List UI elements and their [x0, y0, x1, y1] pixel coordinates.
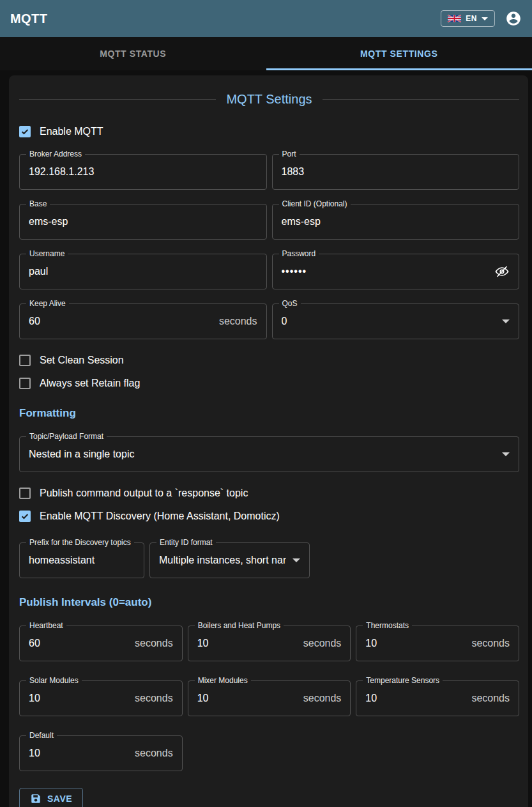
tab-mqtt-settings[interactable]: MQTT SETTINGS — [266, 37, 532, 70]
tab-mqtt-status[interactable]: MQTT STATUS — [0, 37, 266, 70]
checkbox-unchecked[interactable] — [19, 355, 31, 366]
clean-session-checkbox[interactable]: Set Clean Session — [19, 355, 519, 366]
field-label: Prefix for the Discovery topics — [26, 538, 134, 547]
mixer-interval-field[interactable]: Mixer Modules 10 seconds — [188, 680, 351, 716]
select-value[interactable]: Multiple instances, short name — [159, 555, 286, 566]
panel-heading: MQTT Settings — [19, 92, 519, 107]
checkbox-unchecked[interactable] — [19, 378, 31, 389]
field-adornment: seconds — [135, 748, 173, 759]
field-value[interactable]: 10 — [197, 693, 298, 704]
field-value[interactable]: •••••• — [282, 266, 495, 277]
enable-mqtt-checkbox[interactable]: Enable MQTT — [19, 126, 519, 137]
field-label: Entity ID format — [156, 538, 216, 547]
field-label: Broker Address — [26, 150, 85, 158]
field-value[interactable]: 60 — [29, 316, 214, 327]
save-icon — [30, 793, 42, 804]
tab-bar: MQTT STATUS MQTT SETTINGS — [0, 37, 532, 70]
field-label: Username — [26, 249, 68, 258]
port-field[interactable]: Port 1883 — [272, 154, 520, 190]
panel-heading-text: MQTT Settings — [216, 92, 322, 107]
select-value[interactable]: Nested in a single topic — [29, 449, 496, 460]
heartbeat-interval-field[interactable]: Heartbeat 60 seconds — [19, 626, 183, 661]
keep-alive-field[interactable]: Keep Alive 60 seconds — [19, 304, 267, 339]
field-label: Thermostats — [363, 621, 412, 630]
language-selector-button[interactable]: EN — [441, 10, 495, 27]
field-value[interactable]: 10 — [29, 693, 130, 704]
default-interval-field[interactable]: Default 10 seconds — [19, 735, 183, 771]
user-avatar-button[interactable] — [505, 10, 522, 27]
field-label: Mixer Modules — [195, 676, 251, 685]
dropdown-arrow-icon — [502, 319, 510, 323]
divider — [19, 99, 216, 100]
field-adornment: seconds — [303, 693, 342, 704]
account-circle-icon — [505, 10, 522, 27]
checkbox-checked[interactable] — [19, 511, 31, 522]
app-bar: MQTT EN — [0, 0, 532, 37]
checkbox-checked[interactable] — [19, 126, 31, 137]
field-label: Password — [279, 249, 319, 258]
checkbox-unchecked[interactable] — [19, 488, 31, 499]
dropdown-arrow-icon — [502, 452, 510, 456]
field-label: QoS — [279, 299, 301, 308]
response-topic-checkbox[interactable]: Publish command output to a `response` t… — [19, 488, 519, 499]
topic-payload-format-select[interactable]: Topic/Payload Format Nested in a single … — [19, 436, 519, 472]
mqtt-settings-panel: MQTT Settings Enable MQTT Broker Address… — [9, 75, 528, 807]
chevron-down-icon — [482, 17, 488, 20]
client-id-field[interactable]: Client ID (Optional) ems-esp — [272, 204, 520, 240]
field-value[interactable]: homeassistant — [29, 555, 135, 566]
field-adornment: seconds — [135, 693, 173, 704]
mqtt-discovery-checkbox[interactable]: Enable MQTT Discovery (Home Assistant, D… — [19, 511, 519, 522]
uk-flag-icon — [448, 15, 461, 22]
visibility-off-icon[interactable] — [494, 264, 510, 279]
field-value[interactable]: paul — [29, 266, 257, 277]
field-value[interactable]: 10 — [197, 638, 298, 649]
field-label: Boilers and Heat Pumps — [195, 621, 284, 630]
field-adornment: seconds — [471, 693, 510, 704]
solar-interval-field[interactable]: Solar Modules 10 seconds — [19, 680, 183, 716]
qos-select[interactable]: QoS 0 — [272, 304, 520, 339]
field-value[interactable]: ems-esp — [29, 216, 257, 227]
save-button-label: SAVE — [47, 794, 72, 804]
broker-address-field[interactable]: Broker Address 192.168.1.213 — [19, 154, 267, 190]
field-adornment: seconds — [471, 638, 510, 649]
field-value[interactable]: 60 — [29, 638, 130, 649]
field-value[interactable]: 192.168.1.213 — [29, 166, 257, 178]
field-label: Heartbeat — [26, 621, 66, 630]
checkbox-label: Enable MQTT — [40, 126, 103, 137]
field-value[interactable]: 10 — [29, 748, 130, 759]
dropdown-arrow-icon — [293, 558, 300, 562]
select-value[interactable]: 0 — [282, 316, 496, 327]
entity-id-format-select[interactable]: Entity ID format Multiple instances, sho… — [149, 542, 310, 578]
username-field[interactable]: Username paul — [19, 254, 267, 289]
checkbox-label: Enable MQTT Discovery (Home Assistant, D… — [40, 511, 280, 522]
divider — [323, 99, 519, 100]
boilers-interval-field[interactable]: Boilers and Heat Pumps 10 seconds — [188, 626, 351, 661]
thermostats-interval-field[interactable]: Thermostats 10 seconds — [356, 626, 519, 661]
page-title: MQTT — [10, 12, 47, 26]
field-value[interactable]: 10 — [365, 638, 466, 649]
field-adornment: seconds — [135, 638, 173, 649]
publish-intervals-heading: Publish Intervals (0=auto) — [19, 596, 519, 609]
field-value[interactable]: 1883 — [282, 166, 510, 178]
retain-flag-checkbox[interactable]: Always set Retain flag — [19, 378, 519, 389]
field-label: Keep Alive — [26, 299, 69, 308]
field-label: Solar Modules — [26, 676, 82, 685]
base-field[interactable]: Base ems-esp — [19, 204, 267, 240]
checkbox-label: Set Clean Session — [40, 355, 124, 366]
field-adornment: seconds — [219, 316, 257, 327]
check-icon — [20, 127, 29, 136]
discovery-prefix-field[interactable]: Prefix for the Discovery topics homeassi… — [19, 542, 144, 578]
check-icon — [20, 512, 29, 521]
field-adornment: seconds — [303, 638, 342, 649]
field-label: Default — [26, 731, 57, 740]
checkbox-label: Publish command output to a `response` t… — [40, 488, 248, 499]
field-label: Client ID (Optional) — [279, 199, 351, 208]
field-label: Topic/Payload Format — [26, 432, 107, 441]
save-button[interactable]: SAVE — [19, 788, 83, 807]
field-label: Port — [279, 150, 300, 158]
temperature-interval-field[interactable]: Temperature Sensors 10 seconds — [356, 680, 519, 716]
field-value[interactable]: 10 — [365, 693, 466, 704]
password-field[interactable]: Password •••••• — [272, 254, 520, 289]
field-label: Base — [26, 199, 50, 208]
field-value[interactable]: ems-esp — [282, 216, 510, 227]
